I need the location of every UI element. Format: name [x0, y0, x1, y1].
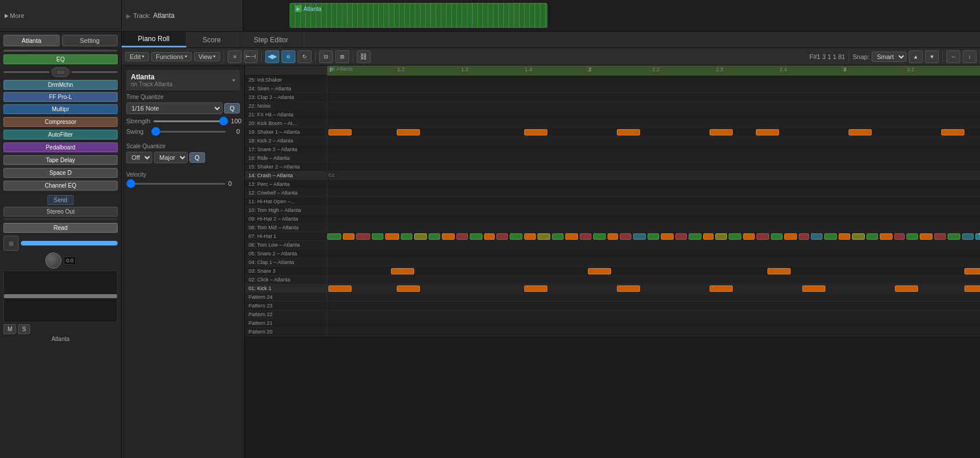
view-btn[interactable]: View ▾	[194, 52, 221, 61]
compressor-btn[interactable]: Compressor	[3, 117, 118, 127]
note-19-2[interactable]	[397, 129, 420, 135]
note-07-34[interactable]	[784, 233, 797, 240]
top-region[interactable]: ▶ Atlanta	[290, 3, 547, 28]
note-07-35[interactable]	[799, 233, 809, 240]
note-07-20[interactable]	[593, 233, 606, 240]
note-07-4[interactable]	[372, 233, 383, 240]
drum-track-18[interactable]	[327, 137, 980, 145]
note-07-41[interactable]	[880, 233, 893, 240]
drum-track-p23[interactable]	[327, 302, 980, 310]
drum-track-14[interactable]: C2	[327, 171, 980, 179]
drum-track-01[interactable]: C1	[327, 284, 980, 292]
tab-step-editor[interactable]: Step Editor	[237, 32, 305, 47]
note-07-8[interactable]	[429, 233, 440, 240]
note-01-6[interactable]	[802, 285, 825, 292]
note-07-11[interactable]	[470, 233, 482, 240]
drum-track-06[interactable]	[327, 241, 980, 249]
drum-track-22[interactable]	[327, 102, 980, 110]
note-07-10[interactable]	[456, 233, 468, 240]
note-07-39[interactable]	[852, 233, 865, 240]
tape-delay-btn[interactable]: Tape Delay	[3, 155, 118, 165]
note-07-38[interactable]	[839, 233, 850, 240]
note-07-5[interactable]	[385, 233, 399, 240]
note-03-1[interactable]	[391, 268, 414, 274]
note-07-1[interactable]	[327, 233, 341, 240]
quantize-select[interactable]: 1/16 Note	[126, 102, 222, 114]
note-01-1[interactable]	[328, 285, 352, 292]
play-icon-btn[interactable]: ◀▶	[265, 50, 279, 63]
note-07-30[interactable]	[729, 233, 741, 240]
setting-btn[interactable]: Setting	[62, 35, 118, 46]
note-19-3[interactable]	[524, 129, 547, 135]
note-07-42[interactable]	[894, 233, 905, 240]
drum-track-p21[interactable]	[327, 319, 980, 327]
drum-track-21[interactable]	[327, 111, 980, 119]
zoom-icon[interactable]: ↔	[946, 50, 960, 63]
drum-track-02[interactable]	[327, 276, 980, 284]
note-01-2[interactable]	[397, 285, 420, 292]
drm-btn[interactable]: DrmMchn	[3, 80, 118, 90]
space-d-btn[interactable]: Space D	[3, 168, 118, 178]
ch-icon-left[interactable]: ⊞	[3, 236, 19, 251]
note-07-22[interactable]	[620, 233, 631, 240]
channel-eq-btn[interactable]: Channel EQ	[3, 181, 118, 190]
drum-track-25[interactable]	[327, 76, 980, 84]
drum-track-16[interactable]	[327, 154, 980, 162]
note-19-7[interactable]	[849, 129, 872, 135]
multipr-btn[interactable]: Multipr	[3, 104, 118, 114]
note-07-7[interactable]	[414, 233, 427, 240]
drum-track-p22[interactable]	[327, 310, 980, 318]
note-03-2[interactable]	[588, 268, 611, 274]
note-07-28[interactable]	[703, 233, 714, 240]
drum-track-19[interactable]	[327, 128, 980, 136]
edit-btn[interactable]: Edit ▾	[125, 52, 149, 61]
note-07-45[interactable]	[934, 233, 946, 240]
fader-left[interactable]	[3, 270, 118, 323]
drum-track-07[interactable]: ✎	[327, 232, 980, 240]
quantize-icon1[interactable]: ⊟	[319, 50, 333, 63]
channel-name-btn[interactable]: Atlanta	[3, 35, 60, 46]
drum-track-23[interactable]	[327, 93, 980, 101]
note-07-13[interactable]	[496, 233, 508, 240]
note-03-4[interactable]	[964, 268, 980, 274]
note-07-32[interactable]	[756, 233, 769, 240]
note-07-3[interactable]	[356, 233, 370, 240]
note-07-47[interactable]	[962, 233, 974, 240]
note-07-40[interactable]	[866, 233, 878, 240]
cycle-icon-btn[interactable]: ↻	[298, 50, 312, 63]
scale-apply-btn[interactable]: Q	[189, 152, 205, 163]
scale-off-select[interactable]: Off	[126, 152, 152, 163]
drum-track-p20[interactable]	[327, 328, 980, 336]
drum-track-09[interactable]	[327, 215, 980, 223]
send-btn[interactable]: Send	[47, 195, 74, 205]
drum-track-13[interactable]	[327, 180, 980, 188]
drum-track-04[interactable]	[327, 258, 980, 266]
drum-track-20[interactable]	[327, 119, 980, 127]
drum-track-08[interactable]	[327, 223, 980, 232]
note-07-24[interactable]	[648, 233, 659, 240]
ff-btn[interactable]: FF Pro-L	[3, 92, 118, 102]
link-btn[interactable]: ○○	[52, 67, 69, 77]
note-01-7[interactable]	[895, 285, 918, 292]
note-07-33[interactable]	[771, 233, 782, 240]
note-07-2[interactable]	[343, 233, 354, 240]
eq-btn[interactable]: EQ	[3, 54, 118, 64]
note-07-21[interactable]	[608, 233, 618, 240]
note-01-4[interactable]	[617, 285, 640, 292]
quantize-icon2[interactable]: ⊠	[335, 50, 349, 63]
autofilter-btn[interactable]: AutoFilter	[3, 130, 118, 140]
note-19-1[interactable]	[328, 129, 352, 135]
note-07-29[interactable]	[715, 233, 727, 240]
piano-icon-btn[interactable]: ⊢⊣	[244, 50, 258, 63]
ch-toggle[interactable]	[21, 241, 118, 246]
scale-key-select[interactable]: Major	[154, 152, 188, 163]
note-01-3[interactable]	[524, 285, 547, 292]
snap-select[interactable]: Smart	[872, 52, 906, 62]
snap-down-btn[interactable]: ▼	[925, 50, 939, 63]
drum-track-24[interactable]	[327, 85, 980, 93]
note-07-19[interactable]	[580, 233, 591, 240]
note-07-36[interactable]	[811, 233, 822, 240]
note-07-23[interactable]	[633, 233, 646, 240]
note-07-15[interactable]	[524, 233, 536, 240]
tab-score[interactable]: Score	[187, 32, 237, 47]
